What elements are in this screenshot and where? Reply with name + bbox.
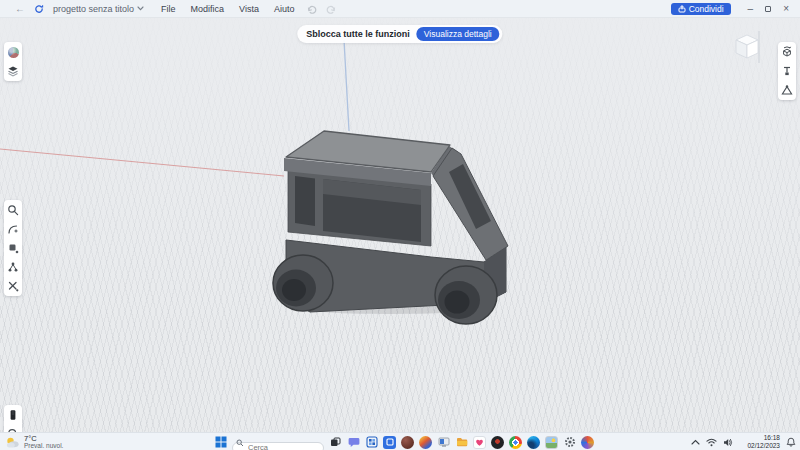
browser-app-icon[interactable]	[581, 436, 594, 449]
menu-modifica[interactable]: Modifica	[191, 4, 225, 14]
window-controls: – ×	[748, 3, 789, 14]
weather-icon	[5, 436, 20, 449]
viewport-canvas[interactable]: Sblocca tutte le funzioni Visualizza det…	[0, 18, 800, 432]
document-title-dropdown[interactable]: progetto senza titolo	[53, 4, 144, 14]
file-explorer-icon[interactable]	[455, 436, 468, 449]
notification-bar: Sblocca tutte le funzioni Visualizza det…	[297, 25, 502, 43]
taskbar-center	[214, 433, 594, 450]
left-top-toolbar	[4, 42, 22, 81]
share-button[interactable]: Condividi	[671, 3, 731, 15]
red-axis	[0, 149, 284, 176]
search-icon	[236, 439, 244, 447]
view-cube-gizmo[interactable]	[730, 31, 764, 63]
redo-icon[interactable]	[326, 4, 336, 14]
chevron-down-icon	[137, 6, 144, 11]
heart-app-icon[interactable]	[473, 436, 486, 449]
dark-disc-app-icon[interactable]	[491, 436, 504, 449]
back-icon[interactable]: ←	[15, 4, 25, 14]
arc-tool-icon[interactable]	[7, 223, 19, 235]
scene-svg	[0, 18, 800, 432]
maximize-icon[interactable]	[765, 6, 771, 12]
chrome-icon[interactable]	[509, 436, 522, 449]
car-model[interactable]	[273, 131, 508, 324]
axes-icon[interactable]	[781, 84, 793, 96]
minimize-icon[interactable]: –	[748, 3, 754, 14]
tray-chevron-up-icon[interactable]	[691, 439, 700, 446]
device-icon[interactable]	[7, 409, 19, 421]
orbit-icon[interactable]	[781, 46, 793, 58]
speaker-icon[interactable]	[723, 438, 733, 447]
cad-app-icon[interactable]	[419, 436, 432, 449]
search-input[interactable]	[232, 442, 324, 450]
menu-file[interactable]: File	[161, 4, 176, 14]
widgets-icon[interactable]	[365, 436, 378, 449]
blue-tile-app-icon[interactable]	[383, 436, 396, 449]
undo-icon[interactable]	[307, 4, 317, 14]
tray-clock[interactable]: 16:18 02/12/2023	[747, 434, 780, 450]
taskbar-search	[232, 436, 324, 448]
monitor-app-icon[interactable]	[437, 436, 450, 449]
left-middle-toolbar	[4, 200, 22, 296]
history-buttons	[307, 4, 336, 14]
menu-aiuto[interactable]: Aiuto	[274, 4, 295, 14]
taskbar: 7°C Preval. nuvol.	[0, 432, 800, 450]
tray-time: 16:18	[764, 434, 780, 442]
weather-widget[interactable]: 7°C Preval. nuvol.	[5, 434, 63, 450]
chat-icon[interactable]	[347, 436, 360, 449]
titlebar: ← progetto senza titolo File Modifica Vi…	[0, 0, 800, 18]
settings-icon[interactable]	[563, 436, 576, 449]
weather-condition: Preval. nuvol.	[24, 443, 63, 450]
photos-app-icon[interactable]	[545, 436, 558, 449]
share-icon	[678, 5, 686, 13]
modify-tool-icon[interactable]	[7, 280, 19, 292]
task-view-icon[interactable]	[329, 436, 342, 449]
right-toolbar	[778, 42, 796, 100]
notification-bell-icon[interactable]	[786, 437, 796, 447]
start-button[interactable]	[214, 436, 227, 449]
hierarchy-tool-icon[interactable]	[7, 261, 19, 273]
tray-date: 02/12/2023	[747, 442, 780, 450]
close-icon[interactable]: ×	[783, 3, 789, 14]
sphere-app-icon[interactable]	[401, 436, 414, 449]
materials-icon[interactable]	[7, 46, 19, 58]
wifi-icon[interactable]	[706, 438, 717, 447]
blue-axis	[344, 40, 349, 131]
menubar: File Modifica Vista Aiuto	[161, 4, 294, 14]
document-title: progetto senza titolo	[53, 4, 134, 14]
system-tray: 16:18 02/12/2023	[691, 433, 796, 450]
search-icon[interactable]	[7, 204, 19, 216]
view-details-button[interactable]: Visualizza dettagli	[416, 27, 500, 41]
extents-icon[interactable]	[781, 65, 793, 77]
sync-icon[interactable]	[34, 4, 44, 14]
edge-icon[interactable]	[527, 436, 540, 449]
layers-icon[interactable]	[7, 65, 19, 77]
menu-vista[interactable]: Vista	[239, 4, 259, 14]
notification-text: Sblocca tutte le funzioni	[306, 29, 410, 39]
shape-tool-icon[interactable]	[7, 242, 19, 254]
